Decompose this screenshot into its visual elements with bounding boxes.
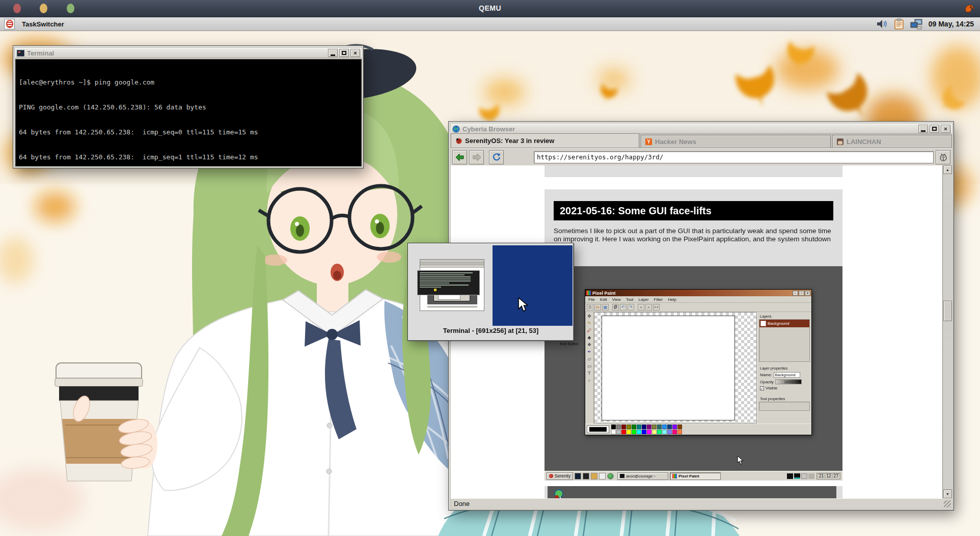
- clipboard-icon[interactable]: [894, 18, 904, 30]
- browser-toolbar: [451, 148, 952, 165]
- browser-minimize-button[interactable]: [918, 125, 928, 133]
- terminal-maximize-button[interactable]: [339, 49, 349, 57]
- host-clock[interactable]: 09 May, 14:25: [929, 20, 974, 28]
- opacity-slider: 100%: [775, 379, 802, 384]
- palette-swatch: [677, 425, 682, 429]
- taskbar-pixelpaint-task: Pixel Paint: [670, 472, 721, 480]
- selected-task-highlight: [493, 245, 573, 326]
- screenshot-cursor-icon: [737, 456, 744, 465]
- save-disk-icon: ▦: [602, 304, 609, 311]
- vertical-scrollbar[interactable]: ▲ ▼: [942, 165, 952, 498]
- scroll-down-button[interactable]: ▼: [943, 490, 952, 498]
- pixelpaint-icon: [586, 291, 591, 295]
- url-input[interactable]: [537, 153, 931, 161]
- scrollbar-thumb[interactable]: [943, 301, 952, 321]
- tab-label: LAINCHAN: [847, 138, 881, 146]
- picker-tool-icon: ✒: [586, 349, 593, 355]
- palette-swatch: [652, 425, 657, 429]
- speaker-icon[interactable]: [876, 19, 888, 29]
- palette-swatch: [652, 430, 657, 434]
- palette-swatch: [611, 430, 616, 434]
- palette-swatch: [657, 430, 662, 434]
- qemu-titlebar: QEMU: [0, 0, 980, 17]
- terminal-line: PING google.com (142.250.65.238): 56 dat…: [19, 103, 358, 111]
- browser-statusbar: Done: [451, 498, 952, 509]
- globe-icon: [452, 125, 460, 133]
- tab-serenityos[interactable]: SerenityOS: Year 3 in review: [451, 133, 639, 148]
- pixelpaint-titlebar: Pixel Paint - ▫ x: [585, 290, 811, 296]
- zoom-tool-icon: ⌕: [586, 377, 593, 384]
- terminal-titlebar[interactable]: Terminal ×: [15, 48, 362, 58]
- task-thumbnail-terminal[interactable]: [417, 270, 480, 295]
- brush-tool-icon: 🖊: [586, 327, 593, 334]
- palette-swatch: [627, 425, 631, 429]
- palette-swatch: [632, 425, 636, 429]
- task-switcher-popup: Terminal - [691x256] at [21, 53]: [407, 243, 574, 341]
- qemu-window-title: QEMU: [0, 4, 980, 12]
- zoom-out-icon: ⌕: [645, 304, 652, 311]
- new-file-icon: 🗋: [587, 304, 593, 311]
- browser-maximize-button[interactable]: [930, 125, 939, 133]
- tray-network-icon: [794, 473, 800, 479]
- palette-swatch: [667, 430, 672, 434]
- mini-taskbar: [427, 306, 477, 308]
- browser-titlebar[interactable]: Cyberia Browser ×: [451, 124, 952, 134]
- embedded-desktop-icon: [554, 489, 564, 498]
- terminal-window[interactable]: Terminal × [alec@erythros ~]$ ping googl…: [13, 46, 363, 168]
- palette-swatch: [647, 425, 651, 429]
- taskbar-terminal-task: anon@courage:~: [617, 472, 668, 480]
- status-text: Done: [454, 500, 470, 507]
- pixelpaint-window: Pixel Paint - ▫ x FileEdit ViewTool Laye…: [585, 289, 812, 435]
- reload-button[interactable]: [489, 150, 504, 164]
- terminal-line: [alec@erythros ~]$ ping google.com: [19, 78, 358, 87]
- palette-swatch: [627, 430, 631, 434]
- url-bar[interactable]: [534, 151, 934, 163]
- post-body-text: Sometimes I like to pick out a part of t…: [554, 227, 835, 251]
- resize-grip[interactable]: [944, 500, 951, 507]
- palette-swatch: [616, 430, 621, 434]
- scroll-up-button[interactable]: ▲: [943, 165, 952, 174]
- move-tool-icon: ✥: [586, 313, 593, 320]
- tray-audio-icon: [808, 473, 814, 479]
- primary-color-swatch: [587, 426, 609, 433]
- pp-close-button: x: [805, 291, 810, 296]
- bookmark-ladybug-button[interactable]: [936, 150, 950, 164]
- terminal-mini-icon: [620, 474, 624, 478]
- tab-hacker-news[interactable]: Y Hacker News: [641, 135, 831, 148]
- scrollbar-track[interactable]: [943, 175, 952, 489]
- terminal-line: 64 bytes from 142.250.65.238: icmp_seq=1…: [19, 153, 358, 161]
- tab-lainchan[interactable]: LAINCHAN: [832, 135, 952, 148]
- active-app-name: TaskSwitcher: [22, 20, 64, 28]
- qemu-tray-icon: [964, 3, 975, 14]
- taskswitcher-app-icon[interactable]: [4, 19, 15, 30]
- embedded-screenshot-shutdown: [548, 486, 836, 498]
- palette-swatch: [637, 430, 641, 434]
- pixelpaint-toolbar: 🗋 🗁 ▦ 🗐 ↶ ↷ ⌕ ⌕ 1:1: [585, 303, 811, 312]
- terminal-output[interactable]: [alec@erythros ~]$ ping google.com PING …: [15, 59, 362, 166]
- back-arrow-icon: [455, 153, 465, 161]
- palette-swatch: [642, 430, 646, 434]
- forward-button[interactable]: [469, 150, 484, 164]
- embedded-taskbar: Serenity anon@courage:~ P: [545, 471, 842, 481]
- palette-swatch: [672, 425, 677, 429]
- post-heading-banner: 2021-05-16: Some GUI face-lifts: [554, 201, 833, 220]
- ladybug-outline-icon: [939, 153, 948, 162]
- quicklaunch-folder-icon: [591, 473, 597, 479]
- serenity-ladybug-icon: [549, 474, 553, 478]
- tab-bar: SerenityOS: Year 3 in review Y Hacker Ne…: [451, 134, 952, 148]
- pp-maximize-button: ▫: [799, 291, 804, 296]
- network-monitor-icon[interactable]: [910, 18, 923, 30]
- palette-swatch: [621, 425, 626, 429]
- avatar-icon: [837, 138, 843, 145]
- bucket-tool-icon: ◆: [586, 334, 593, 341]
- layer-name-field: Background: [774, 372, 800, 378]
- terminal-minimize-button[interactable]: [328, 49, 338, 57]
- back-button[interactable]: [452, 150, 467, 164]
- open-folder-icon: 🗁: [594, 304, 601, 311]
- pixelpaint-canvas-area: [594, 312, 757, 424]
- browser-close-button[interactable]: ×: [941, 125, 950, 133]
- pencil-tool-icon: ✎: [586, 320, 593, 327]
- terminal-line: 64 bytes from 142.250.65.238: icmp_seq=0…: [19, 128, 358, 136]
- terminal-close-button[interactable]: ×: [350, 49, 360, 57]
- tab-label: SerenityOS: Year 3 in review: [465, 137, 554, 145]
